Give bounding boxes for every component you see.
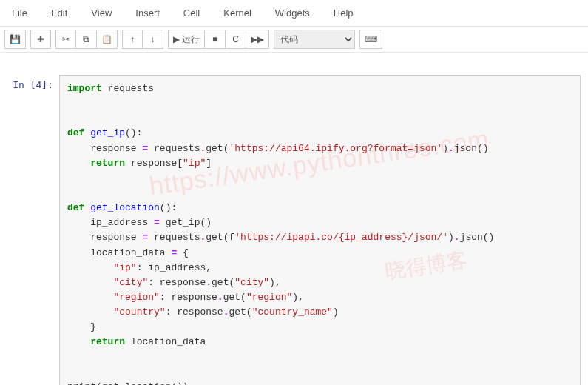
restart-run-all-button[interactable]: ▶▶ <box>246 30 269 49</box>
plus-icon: ✚ <box>37 34 44 44</box>
cut-icon: ✂ <box>62 34 70 44</box>
menu-cell[interactable]: Cell <box>172 3 212 23</box>
add-cell-button[interactable]: ✚ <box>30 30 51 49</box>
toolbar: 💾 ✚ ✂ ⧉ 📋 ↑ ↓ ▶运行 ■ C ▶▶ 代码 ⌨ <box>0 27 588 53</box>
fast-forward-icon: ▶▶ <box>251 34 264 44</box>
input-prompt: In [4]: <box>7 75 59 385</box>
cut-button[interactable]: ✂ <box>55 30 76 49</box>
keyboard-icon: ⌨ <box>365 34 377 44</box>
menu-help[interactable]: Help <box>322 3 365 23</box>
stop-icon: ■ <box>212 34 217 44</box>
notebook-container: In [4]: import requests def get_ip(): re… <box>0 53 588 385</box>
run-button[interactable]: ▶运行 <box>168 30 205 49</box>
restart-icon: C <box>232 34 239 44</box>
code-input[interactable]: import requests def get_ip(): response =… <box>59 75 581 385</box>
move-up-button[interactable]: ↑ <box>122 30 143 49</box>
menu-widgets[interactable]: Widgets <box>263 3 322 23</box>
menu-insert[interactable]: Insert <box>124 3 172 23</box>
command-palette-button[interactable]: ⌨ <box>359 30 382 49</box>
paste-button[interactable]: 📋 <box>97 30 118 49</box>
arrow-up-icon: ↑ <box>130 34 135 44</box>
menu-edit[interactable]: Edit <box>39 3 79 23</box>
arrow-down-icon: ↓ <box>151 34 155 44</box>
paste-icon: 📋 <box>101 34 112 44</box>
menubar: File Edit View Insert Cell Kernel Widget… <box>0 0 588 27</box>
save-button[interactable]: 💾 <box>4 30 26 49</box>
move-down-button[interactable]: ↓ <box>143 30 163 49</box>
menu-view[interactable]: View <box>79 3 124 23</box>
restart-button[interactable]: C <box>226 30 246 49</box>
run-label: 运行 <box>182 33 200 46</box>
copy-button[interactable]: ⧉ <box>76 30 97 49</box>
save-icon: 💾 <box>10 34 21 44</box>
stop-button[interactable]: ■ <box>205 30 226 49</box>
copy-icon: ⧉ <box>83 34 89 44</box>
menu-file[interactable]: File <box>0 3 39 23</box>
cell-type-select[interactable]: 代码 <box>274 30 355 49</box>
code-cell[interactable]: In [4]: import requests def get_ip(): re… <box>7 75 581 385</box>
menu-kernel[interactable]: Kernel <box>212 3 263 23</box>
play-icon: ▶ <box>173 34 180 44</box>
